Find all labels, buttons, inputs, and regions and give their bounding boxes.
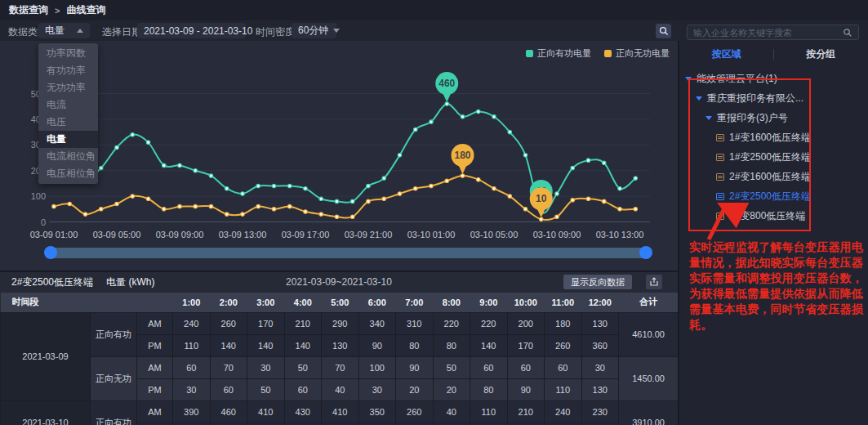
show-reverse-data-button[interactable]: 显示反向数据 [563,275,632,289]
value-cell: 100 [358,356,396,378]
value-cell: 170 [507,334,545,356]
value-cell: 70 [322,356,359,378]
type-option-selected[interactable]: 电量 [38,131,98,148]
value-cell: 230 [581,400,619,423]
value-cell: 350 [358,400,396,423]
export-button[interactable] [646,275,662,289]
tree-leaf-terminal-selected[interactable]: 2#变2500低压终端 [716,187,811,206]
query-search-button[interactable] [656,24,671,38]
tab-divider [773,49,774,60]
data-type-select[interactable]: 电量 [38,23,90,38]
type-option[interactable]: 电流相位角 [38,148,98,165]
ampm-cell: PM [137,334,173,356]
value-cell: 260 [210,312,247,334]
svg-text:100: 100 [31,191,46,201]
series-name-cell: 正向有功 [91,400,137,425]
value-cell: 30 [358,378,396,400]
value-cell: 110 [470,400,508,423]
total-cell: 1450.00 [619,356,678,400]
legend-label: 正向无功电量 [616,47,670,60]
value-cell: 50 [284,356,322,378]
measure-unit: 电量 (kWh) [106,275,154,289]
value-cell: 20 [433,378,470,400]
export-icon [649,277,659,287]
col-header-hour: 9:00 [470,293,508,312]
legend-swatch [526,50,533,57]
tree-leaf-terminal[interactable]: 3#变800低压终端 [716,207,805,226]
type-option[interactable]: 电压 [38,114,98,131]
terminal-name: 2#变2500低压终端 [11,275,93,289]
value-cell: 180 [545,312,582,334]
tree-expand-caret-icon[interactable] [696,96,702,101]
tree-expand-caret-icon[interactable] [706,116,712,120]
type-option[interactable]: 电压相位角 [38,165,98,182]
value-cell: 220 [470,312,508,334]
value-cell: 170 [247,312,285,334]
value-cell: 390 [173,400,211,423]
value-cell: 50 [433,356,470,378]
tree-node-account-group[interactable]: 重报印务(3)户号 [706,109,788,128]
value-cell: 30 [173,378,211,400]
tree-leaf-terminal[interactable]: 1#变1600低压终端 [716,128,811,147]
tree-node-platform[interactable]: 能效管理云平台(1) [685,69,777,88]
col-header-hour: 10:00 [507,293,545,312]
density-select[interactable]: 60分钟 [292,23,336,38]
datazoom-track[interactable] [47,248,649,258]
tab-by-group[interactable]: 按分组 [774,47,868,61]
type-option[interactable]: 有功功率 [38,62,98,79]
date-cell: 2021-03-09 [1,312,91,400]
svg-text:03-09 05:00: 03-09 05:00 [93,230,141,239]
tree-node-company[interactable]: 重庆重报印务有限公... [696,89,803,108]
value-cell: 50 [247,378,285,400]
value-cell: 260 [396,400,434,423]
datazoom-handle-left[interactable] [44,246,57,259]
meter-icon [716,193,724,200]
value-cell: 60 [173,356,211,378]
tree-leaf-terminal[interactable]: 2#变1600低压终端 [716,168,811,186]
tree-expand-caret-icon[interactable] [685,77,692,81]
breadcrumb-root[interactable]: 数据查询 [9,3,48,17]
value-cell: 60 [507,356,545,378]
breadcrumb-current: 曲线查询 [66,3,105,17]
datazoom-handle-right[interactable] [639,246,652,259]
chevron-up-icon [77,29,83,33]
enterprise-search-box[interactable] [687,25,859,40]
svg-text:460: 460 [438,78,455,89]
enterprise-search-input[interactable] [693,28,843,38]
tab-by-region[interactable]: 按区域 [679,47,774,61]
type-option[interactable]: 电流 [38,96,98,114]
hourly-data-table: 时间段1:002:003:004:005:006:007:008:009:001… [0,293,678,425]
col-header-hour: 5:00 [322,293,359,312]
value-cell: 140 [210,334,247,356]
type-option[interactable]: 无功功率 [38,79,98,96]
value-cell: 40 [433,400,470,423]
value-cell: 430 [284,400,322,423]
filter-bar: 数据类型： 电量 选择日期： 2021-03-09 - 2021-03-10 时… [0,20,679,41]
chart-legend: 正向有功电量正向无功电量 [526,47,670,60]
value-cell: 60 [470,356,508,378]
tree-leaf-terminal[interactable]: 1#变2500低压终端 [716,148,811,167]
svg-text:03-09 17:00: 03-09 17:00 [282,230,330,239]
meter-icon [716,173,724,181]
tree-node-label: 能效管理云平台(1) [697,72,777,86]
table-row: 2021-03-10正向有功AM390460410430410350260401… [1,400,679,423]
value-cell: 70 [210,356,247,378]
value-cell: 80 [396,334,434,356]
value-cell: 80 [470,378,508,400]
type-option[interactable]: 功率因数 [38,45,98,62]
date-range-input[interactable]: 2021-03-09 - 2021-03-10 [137,23,246,38]
legend-item[interactable]: 正向无功电量 [604,47,670,60]
search-icon[interactable] [843,28,852,38]
value-cell: 30 [247,356,285,378]
table-header-bar: 2#变2500低压终端 电量 (kWh) 2021-03-09~2021-03-… [0,272,678,292]
value-cell: 20 [396,378,434,400]
tree-node-label: 重庆重报印务有限公... [707,92,803,105]
legend-item[interactable]: 正向有功电量 [526,47,591,60]
value-cell: 90 [507,378,545,400]
search-icon [659,26,669,36]
svg-text:03-09 01:00: 03-09 01:00 [30,230,78,239]
value-cell: 60 [284,378,322,400]
annotation-text: 实时远程监视了解每台变压器用电量情况，据此知晓实际每台变压器实际需量和调整投用变… [689,239,864,333]
value-cell: 260 [545,334,582,356]
value-cell: 60 [545,356,582,378]
